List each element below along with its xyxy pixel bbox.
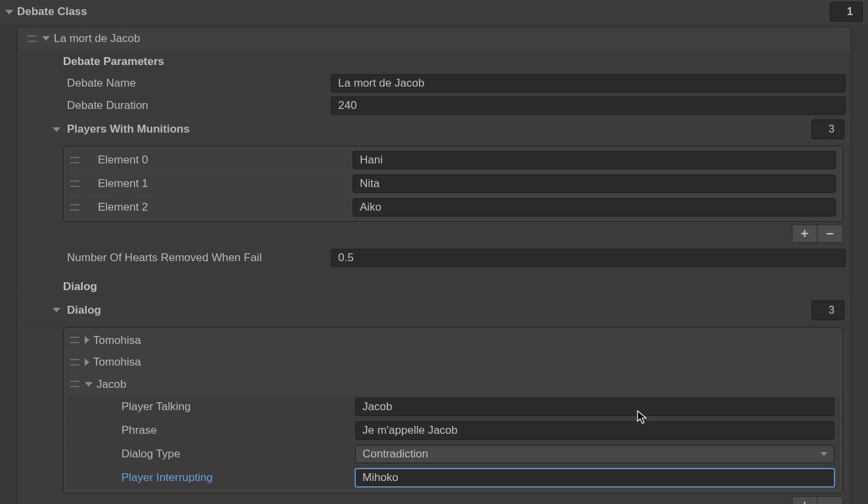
- chevron-down-icon: [53, 308, 60, 312]
- dialog-type-label: Dialog Type: [121, 446, 180, 463]
- phrase-input[interactable]: [355, 421, 835, 440]
- dialog-entry-fields: Player Talking Phrase Dialog Type Contra…: [66, 396, 840, 489]
- inspector-panel: Debate Class 1 La mort de Jacob Debate P…: [0, 0, 868, 504]
- players-foldout[interactable]: Players With Munitions 3: [18, 117, 850, 142]
- debate-parameters-heading: Debate Parameters: [18, 49, 850, 73]
- add-button[interactable]: +: [792, 225, 817, 242]
- chevron-down-icon: [5, 10, 13, 14]
- dialog-heading: Dialog: [18, 269, 850, 298]
- drag-handle-icon[interactable]: [70, 204, 79, 211]
- dialog-item-foldout[interactable]: Tomohisa: [66, 352, 840, 373]
- player-interrupting-label: Player Interrupting: [121, 469, 213, 486]
- list-item: Element 1: [66, 173, 840, 195]
- debate-name-label: Debate Name: [67, 75, 136, 92]
- element-0-label: La mort de Jacob: [54, 30, 140, 47]
- list-item: Element 2: [66, 196, 840, 219]
- remove-button[interactable]: −: [817, 497, 842, 504]
- dialog-type-dropdown[interactable]: Contradiction: [355, 445, 835, 463]
- dialog-foldout[interactable]: Dialog 3: [18, 298, 850, 323]
- hearts-input[interactable]: [331, 249, 846, 267]
- players-list: Element 0 Element 1: [63, 146, 843, 222]
- dialog-item-foldout[interactable]: Jacob: [66, 374, 840, 395]
- chevron-right-icon: [85, 336, 89, 344]
- debate-name-input[interactable]: [331, 74, 846, 93]
- drag-handle-icon[interactable]: [70, 381, 79, 387]
- dialog-count[interactable]: 3: [812, 301, 844, 320]
- chevron-down-icon: [821, 452, 827, 456]
- phrase-label: Phrase: [121, 422, 157, 439]
- drag-handle-icon[interactable]: [70, 157, 79, 163]
- element-0-foldout[interactable]: La mort de Jacob: [18, 28, 850, 49]
- dialog-item-label: Tomohisa: [93, 354, 141, 371]
- add-button[interactable]: +: [792, 497, 817, 504]
- drag-handle-icon[interactable]: [70, 337, 79, 343]
- dialog-item-label: Tomohisa: [93, 332, 141, 349]
- player-1-input[interactable]: [353, 175, 836, 193]
- chevron-right-icon: [85, 358, 89, 366]
- dialog-add-remove: + −: [792, 496, 843, 504]
- hearts-label: Number Of Hearts Removed When Fail: [67, 249, 262, 266]
- header-title: Debate Class: [17, 3, 87, 20]
- dropdown-value: Contradiction: [362, 446, 428, 463]
- root-count[interactable]: 1: [830, 2, 863, 22]
- dialog-list: Tomohisa Tomohisa Jacob Player Talking: [63, 327, 843, 494]
- players-label: Players With Munitions: [67, 121, 190, 138]
- player-2-input[interactable]: [353, 198, 836, 217]
- drag-handle-icon[interactable]: [70, 359, 79, 366]
- element-label: Element 2: [98, 199, 148, 216]
- chevron-down-icon: [85, 382, 93, 387]
- player-talking-label: Player Talking: [121, 398, 191, 415]
- list-item: Element 0: [66, 149, 840, 171]
- element-label: Element 0: [98, 152, 148, 169]
- player-talking-input[interactable]: [355, 398, 835, 416]
- remove-button[interactable]: −: [817, 225, 842, 242]
- dialog-item-label: Jacob: [97, 376, 126, 393]
- debate-duration-input[interactable]: [331, 96, 846, 115]
- drag-handle-icon[interactable]: [70, 180, 79, 187]
- debate-class-body: La mort de Jacob Debate Parameters Debat…: [16, 26, 852, 504]
- dialog-item-foldout[interactable]: Tomohisa: [66, 330, 840, 351]
- dialog-list-label: Dialog: [67, 302, 101, 319]
- element-label: Element 1: [98, 175, 148, 192]
- players-count[interactable]: 3: [812, 119, 844, 139]
- debate-class-header[interactable]: Debate Class 1: [0, 0, 868, 24]
- debate-duration-label: Debate Duration: [67, 97, 148, 114]
- chevron-down-icon: [42, 36, 50, 41]
- players-add-remove: + −: [792, 224, 843, 243]
- chevron-down-icon: [53, 127, 60, 132]
- player-0-input[interactable]: [353, 151, 836, 169]
- player-interrupting-input[interactable]: [355, 469, 835, 487]
- drag-handle-icon[interactable]: [28, 35, 37, 42]
